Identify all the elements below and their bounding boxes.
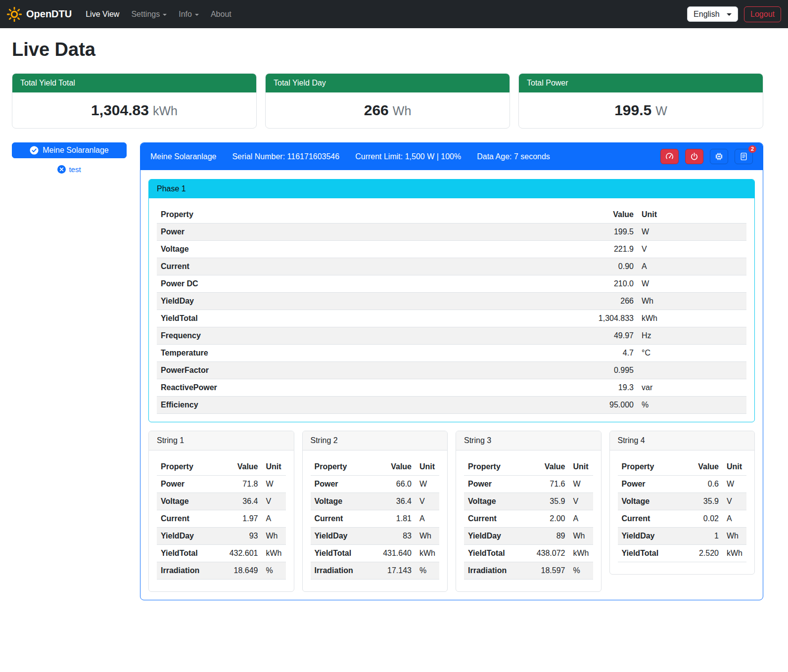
device-info-button[interactable] (710, 149, 728, 164)
property-cell: Efficiency (157, 397, 445, 414)
table-row: Power 71.8 W (157, 476, 286, 493)
table-row: Voltage 35.9 V (464, 493, 593, 510)
unit-cell: kWh (638, 310, 746, 327)
unit-cell: kWh (416, 545, 439, 562)
summary-card-title: Total Yield Total (12, 74, 256, 92)
nav-settings[interactable]: Settings (125, 6, 173, 23)
column-header-unit: Unit (262, 458, 286, 476)
property-cell: Power (464, 476, 523, 493)
value-cell: 18.597 (523, 562, 569, 580)
unit-cell: kWh (723, 545, 746, 562)
table-row: YieldTotal 432.601 kWh (157, 545, 286, 562)
column-header-value: Value (370, 458, 416, 476)
unit-cell: Wh (262, 528, 286, 545)
unit-cell: Wh (638, 293, 746, 310)
table-row: Current 0.90 A (157, 258, 746, 275)
unit-cell: V (416, 493, 439, 510)
gauge-icon (665, 152, 674, 161)
string-card-1: String 1 Property Value Unit (148, 431, 294, 592)
inverter-select-label: Meine Solaranlage (43, 146, 108, 155)
navbar-right: English Logout (687, 6, 781, 22)
value-cell: 199.5 (445, 224, 638, 241)
table-header-row: Property Value Unit (618, 458, 747, 476)
property-cell: PowerFactor (157, 362, 445, 379)
phase-card: Phase 1 Property Value Unit (148, 179, 755, 422)
property-cell: Current (157, 510, 216, 528)
table-row: Current 1.81 A (311, 510, 440, 528)
inverter-item-test[interactable]: test (12, 165, 127, 174)
event-log-button[interactable]: 2 (735, 149, 753, 164)
inverter-select-button[interactable]: Meine Solaranlage (12, 142, 127, 158)
serial-number: Serial Number: 116171603546 (232, 152, 339, 161)
inverter-list: Meine Solaranlage test (12, 142, 127, 174)
property-cell: Irradiation (157, 562, 216, 580)
value-cell: 221.9 (445, 241, 638, 258)
unit-cell: A (723, 510, 746, 528)
table-row: YieldTotal 1,304.833 kWh (157, 310, 746, 327)
value-cell: 95.000 (445, 397, 638, 414)
phase-title: Phase 1 (149, 179, 754, 198)
property-cell: Power (157, 224, 445, 241)
value-cell: 431.640 (370, 545, 416, 562)
property-cell: Current (157, 258, 445, 275)
summary-unit: Wh (393, 104, 412, 118)
inverter-panel-header: Meine Solaranlage Serial Number: 1161716… (140, 143, 763, 170)
caret-down-icon (195, 14, 199, 16)
property-cell: Power (618, 476, 682, 493)
property-cell: ReactivePower (157, 379, 445, 397)
brand[interactable]: OpenDTU (7, 7, 72, 22)
summary-card-body: 1,304.83kWh (12, 92, 256, 128)
property-cell: YieldTotal (464, 545, 523, 562)
property-cell: Voltage (311, 493, 370, 510)
property-cell: Power DC (157, 275, 445, 293)
language-select[interactable]: English (687, 6, 738, 22)
inverter-panel-body: Phase 1 Property Value Unit (140, 170, 763, 600)
table-row: Power 66.0 W (311, 476, 440, 493)
column-header-property: Property (157, 206, 445, 224)
value-cell: 0.995 (445, 362, 638, 379)
column-header-unit: Unit (638, 206, 746, 224)
column-header-value: Value (445, 206, 638, 224)
nav-live-view[interactable]: Live View (80, 6, 125, 23)
nav-about[interactable]: About (205, 6, 237, 23)
property-cell: Current (618, 510, 682, 528)
string-table: Property Value Unit Power (464, 458, 593, 580)
property-cell: YieldDay (311, 528, 370, 545)
property-cell: YieldTotal (157, 310, 445, 327)
column-header-value: Value (682, 458, 723, 476)
property-cell: YieldDay (157, 528, 216, 545)
property-cell: Voltage (157, 241, 445, 258)
unit-cell: W (416, 476, 439, 493)
value-cell: 1 (682, 528, 723, 545)
table-row: Voltage 35.9 V (618, 493, 747, 510)
power-button[interactable] (685, 149, 703, 164)
x-circle-icon (57, 165, 66, 174)
unit-cell: var (638, 379, 746, 397)
value-cell: 49.97 (445, 327, 638, 345)
phase-table: Property Value Unit Power (157, 206, 746, 414)
summary-unit: W (655, 104, 667, 118)
string-title: String 1 (149, 431, 294, 450)
logout-button[interactable]: Logout (744, 6, 781, 22)
unit-cell (638, 362, 746, 379)
column-header-unit: Unit (416, 458, 439, 476)
unit-cell: Wh (569, 528, 593, 545)
table-row: YieldTotal 431.640 kWh (311, 545, 440, 562)
value-cell: 4.7 (445, 345, 638, 362)
property-cell: YieldTotal (311, 545, 370, 562)
table-row: YieldDay 266 Wh (157, 293, 746, 310)
unit-cell: % (638, 397, 746, 414)
inverter-test-label: test (69, 165, 81, 174)
nav-info[interactable]: Info (173, 6, 205, 23)
value-cell: 71.8 (216, 476, 262, 493)
phase-body: Property Value Unit Power (149, 198, 754, 422)
value-cell: 0.90 (445, 258, 638, 275)
column-header-property: Property (157, 458, 216, 476)
table-row: Voltage 36.4 V (311, 493, 440, 510)
table-header-row: Property Value Unit (157, 458, 286, 476)
table-header-row: Property Value Unit (464, 458, 593, 476)
page-title: Live Data (12, 39, 763, 60)
column-header-property: Property (464, 458, 523, 476)
unit-cell: V (638, 241, 746, 258)
limit-settings-button[interactable] (660, 149, 679, 164)
